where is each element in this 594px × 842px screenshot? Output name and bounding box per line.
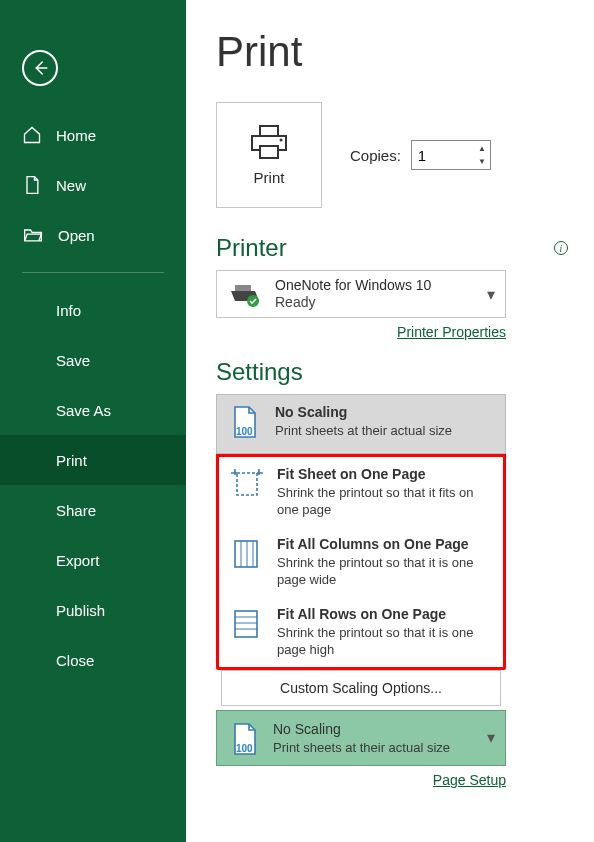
- page-100-icon: 100: [227, 722, 261, 756]
- option-title: No Scaling: [275, 403, 452, 422]
- option-desc: Shrink the printout so that it is one pa…: [277, 624, 493, 659]
- sidebar-item-saveas[interactable]: Save As: [0, 385, 186, 435]
- svg-rect-7: [235, 541, 257, 567]
- option-title: Fit Sheet on One Page: [277, 465, 493, 484]
- sidebar-label: Info: [56, 302, 81, 319]
- print-panel: Print Print Copies: ▲ ▼ Printer i: [186, 0, 594, 842]
- sidebar-label: Export: [56, 552, 99, 569]
- scaling-dropdown[interactable]: 100 No Scaling Print sheets at their act…: [216, 710, 506, 766]
- primary-nav: Home New Open: [0, 110, 186, 260]
- option-title: Fit All Rows on One Page: [277, 605, 493, 624]
- scaling-option-fit-columns[interactable]: Fit All Columns on One Page Shrink the p…: [219, 527, 503, 597]
- secondary-nav: Info Save Save As Print Share Export Pub…: [0, 285, 186, 685]
- printer-large-icon: [249, 125, 289, 159]
- sidebar-label: Publish: [56, 602, 105, 619]
- sidebar-label: Home: [56, 127, 96, 144]
- option-texts: No Scaling Print sheets at their actual …: [273, 720, 450, 756]
- sidebar-label: Save As: [56, 402, 111, 419]
- sidebar-item-save[interactable]: Save: [0, 335, 186, 385]
- svg-text:100: 100: [236, 426, 253, 437]
- settings-heading-text: Settings: [216, 358, 303, 386]
- open-icon: [22, 225, 44, 245]
- copies-increment[interactable]: ▲: [476, 142, 488, 155]
- print-button[interactable]: Print: [216, 102, 322, 208]
- highlighted-options-box: Fit Sheet on One Page Shrink the printou…: [216, 454, 506, 670]
- fit-sheet-icon: [229, 467, 263, 501]
- svg-rect-0: [260, 126, 278, 136]
- settings-heading: Settings: [216, 358, 568, 386]
- sidebar-item-home[interactable]: Home: [0, 110, 186, 160]
- custom-scaling-options[interactable]: Custom Scaling Options...: [221, 670, 501, 706]
- sidebar-item-open[interactable]: Open: [0, 210, 186, 260]
- new-icon: [22, 175, 42, 195]
- scaling-option-fit-sheet[interactable]: Fit Sheet on One Page Shrink the printou…: [219, 457, 503, 527]
- sidebar-label: Open: [58, 227, 95, 244]
- fit-columns-icon: [229, 537, 263, 571]
- sidebar-item-info[interactable]: Info: [0, 285, 186, 335]
- option-desc: Shrink the printout so that it fits on o…: [277, 484, 493, 519]
- copies-control: Copies: ▲ ▼: [350, 140, 491, 170]
- print-controls-row: Print Copies: ▲ ▼: [216, 102, 568, 208]
- svg-text:100: 100: [236, 743, 253, 754]
- back-arrow-icon: [31, 59, 49, 77]
- svg-point-3: [280, 138, 283, 141]
- copies-label: Copies:: [350, 147, 401, 164]
- option-texts: Fit All Columns on One Page Shrink the p…: [277, 535, 493, 589]
- page-setup-link[interactable]: Page Setup: [216, 772, 506, 788]
- info-icon[interactable]: i: [554, 241, 568, 255]
- sidebar-label: Share: [56, 502, 96, 519]
- page-100-icon: 100: [227, 405, 261, 439]
- scaling-menu: 100 No Scaling Print sheets at their act…: [216, 394, 506, 788]
- sidebar-item-new[interactable]: New: [0, 160, 186, 210]
- page-title: Print: [216, 28, 568, 76]
- sidebar-item-close[interactable]: Close: [0, 635, 186, 685]
- backstage-sidebar: Home New Open Info Save Save As Print Sh…: [0, 0, 186, 842]
- sidebar-label: Save: [56, 352, 90, 369]
- printer-dropdown[interactable]: OneNote for Windows 10 Ready ▾: [216, 270, 506, 318]
- sidebar-item-print[interactable]: Print: [0, 435, 186, 485]
- sidebar-label: Close: [56, 652, 94, 669]
- dropdown-title: No Scaling: [273, 720, 450, 739]
- printer-heading: Printer i: [216, 234, 568, 262]
- print-button-label: Print: [254, 169, 285, 186]
- printer-properties-link[interactable]: Printer Properties: [216, 324, 506, 340]
- option-texts: No Scaling Print sheets at their actual …: [275, 403, 452, 439]
- sidebar-item-publish[interactable]: Publish: [0, 585, 186, 635]
- option-texts: Fit Sheet on One Page Shrink the printou…: [277, 465, 493, 519]
- copies-input[interactable]: [412, 141, 472, 169]
- spinner-buttons: ▲ ▼: [476, 142, 488, 168]
- svg-rect-2: [260, 146, 278, 158]
- back-button[interactable]: [22, 50, 58, 86]
- chevron-down-icon: ▾: [487, 728, 495, 747]
- sidebar-item-export[interactable]: Export: [0, 535, 186, 585]
- dropdown-desc: Print sheets at their actual size: [273, 739, 450, 757]
- printer-heading-text: Printer: [216, 234, 287, 262]
- printer-info: OneNote for Windows 10 Ready: [275, 277, 431, 312]
- sidebar-divider: [22, 272, 164, 273]
- home-icon: [22, 125, 42, 145]
- option-texts: Fit All Rows on One Page Shrink the prin…: [277, 605, 493, 659]
- copies-spinner[interactable]: ▲ ▼: [411, 140, 491, 170]
- svg-rect-4: [235, 285, 251, 291]
- sidebar-label: New: [56, 177, 86, 194]
- scaling-option-no-scaling[interactable]: 100 No Scaling Print sheets at their act…: [216, 394, 506, 454]
- fit-rows-icon: [229, 607, 263, 641]
- printer-name: OneNote for Windows 10: [275, 277, 431, 295]
- printer-status-icon: [227, 281, 263, 307]
- copies-decrement[interactable]: ▼: [476, 155, 488, 168]
- sidebar-label: Print: [56, 452, 87, 469]
- printer-status: Ready: [275, 294, 431, 312]
- scaling-option-fit-rows[interactable]: Fit All Rows on One Page Shrink the prin…: [219, 597, 503, 667]
- sidebar-item-share[interactable]: Share: [0, 485, 186, 535]
- svg-rect-8: [235, 611, 257, 637]
- option-desc: Shrink the printout so that it is one pa…: [277, 554, 493, 589]
- option-title: Fit All Columns on One Page: [277, 535, 493, 554]
- chevron-down-icon: ▾: [487, 285, 495, 304]
- option-desc: Print sheets at their actual size: [275, 422, 452, 440]
